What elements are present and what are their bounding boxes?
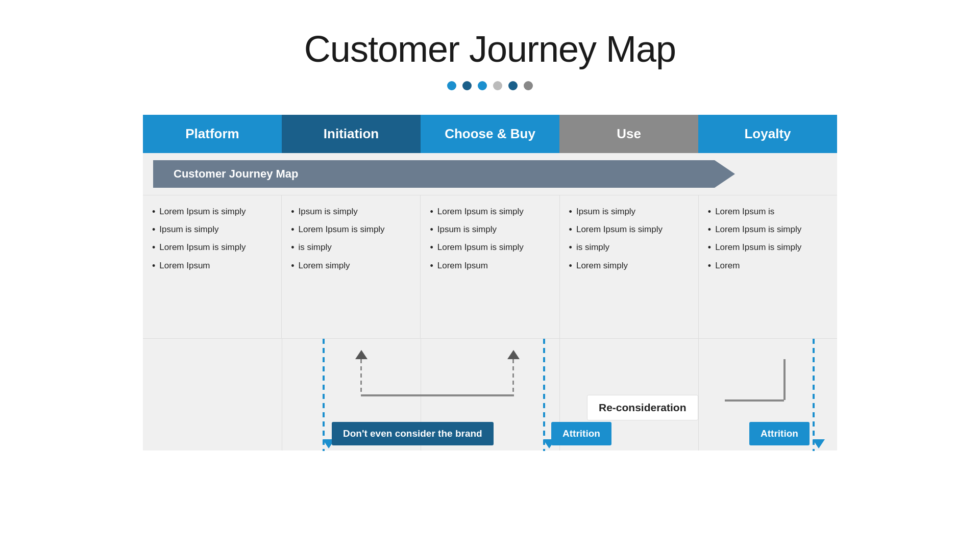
dot-2[interactable]: [462, 81, 472, 90]
dashed-line-initiation-left: [323, 339, 325, 451]
list-item: Ipsum is simply: [291, 206, 411, 218]
header-initiation: Initiation: [282, 115, 421, 153]
content-loyalty: Lorem Ipsum is Lorem Ipsum is simply Lor…: [699, 195, 837, 338]
dot-1[interactable]: [447, 81, 456, 90]
diagram-area: Re-consideration Don't even consider the…: [143, 338, 837, 450]
content-initiation: Ipsum is simply Lorem Ipsum is simply is…: [282, 195, 421, 338]
header-loyalty: Loyalty: [698, 115, 837, 153]
reconsideration-label: Re-consideration: [587, 395, 698, 420]
list-item: Lorem Ipsum is simply: [569, 223, 689, 236]
header-row: Platform Initiation Choose & Buy Use Loy…: [143, 115, 837, 153]
journey-arrow: Customer Journey Map: [153, 160, 735, 188]
header-platform: Platform: [143, 115, 282, 153]
arrow-up-initiation: [355, 350, 368, 359]
dot-5[interactable]: [508, 81, 518, 90]
journey-map: Platform Initiation Choose & Buy Use Loy…: [143, 115, 837, 450]
list-item: Lorem Ipsum is simply: [708, 223, 828, 236]
list-item: Lorem simply: [569, 260, 689, 272]
loyalty-horizontal-line: [725, 399, 784, 402]
list-item: Lorem Ipsum is simply: [708, 241, 828, 254]
dont-consider-label: Don't even consider the brand: [332, 422, 494, 445]
list-item: Lorem simply: [291, 260, 411, 272]
dashed-line-choose-right: [543, 339, 545, 451]
loyalty-vertical-line: [783, 359, 786, 400]
title-section: Customer Journey Map: [304, 28, 676, 90]
attrition-label-1: Attrition: [551, 422, 611, 445]
list-item: Lorem Ipsum: [152, 260, 272, 272]
list-item: Lorem Ipsum is: [708, 206, 828, 218]
dashed-line-loyalty-right: [813, 339, 815, 451]
content-use: Ipsum is simply Lorem Ipsum is simply is…: [560, 195, 699, 338]
dot-4[interactable]: [493, 81, 502, 90]
content-row: Lorem Ipsum is simply Ipsum is simply Lo…: [143, 195, 837, 338]
list-item: Lorem Ipsum is simply: [430, 206, 550, 218]
page-title: Customer Journey Map: [304, 28, 676, 70]
arrow-up-choose: [507, 350, 520, 359]
list-item: Lorem Ipsum is simply: [152, 206, 272, 218]
dashed-line-choose-vertical: [512, 359, 514, 395]
list-item: is simply: [291, 241, 411, 254]
navigation-dots: [304, 81, 676, 90]
list-item: Lorem Ipsum is simply: [291, 223, 411, 236]
content-choose-buy: Lorem Ipsum is simply Ipsum is simply Lo…: [421, 195, 559, 338]
journey-arrow-row: Customer Journey Map: [143, 153, 837, 195]
list-item: Lorem Ipsum is simply: [152, 241, 272, 254]
list-item: Lorem Ipsum: [430, 260, 550, 272]
list-item: Ipsum is simply: [569, 206, 689, 218]
dot-3[interactable]: [478, 81, 487, 90]
list-item: Lorem Ipsum is simply: [430, 241, 550, 254]
arrow-down-loyalty: [813, 439, 825, 448]
dashed-line-initiation-vertical: [360, 359, 362, 395]
dot-6[interactable]: [524, 81, 533, 90]
list-item: Lorem: [708, 260, 828, 272]
list-item: Ipsum is simply: [152, 223, 272, 236]
list-item: is simply: [569, 241, 689, 254]
list-item: Ipsum is simply: [430, 223, 550, 236]
header-choose-buy: Choose & Buy: [421, 115, 559, 153]
content-platform: Lorem Ipsum is simply Ipsum is simply Lo…: [143, 195, 282, 338]
attrition-label-2: Attrition: [749, 422, 810, 445]
horizontal-line-bottom: [361, 394, 514, 396]
header-use: Use: [559, 115, 698, 153]
